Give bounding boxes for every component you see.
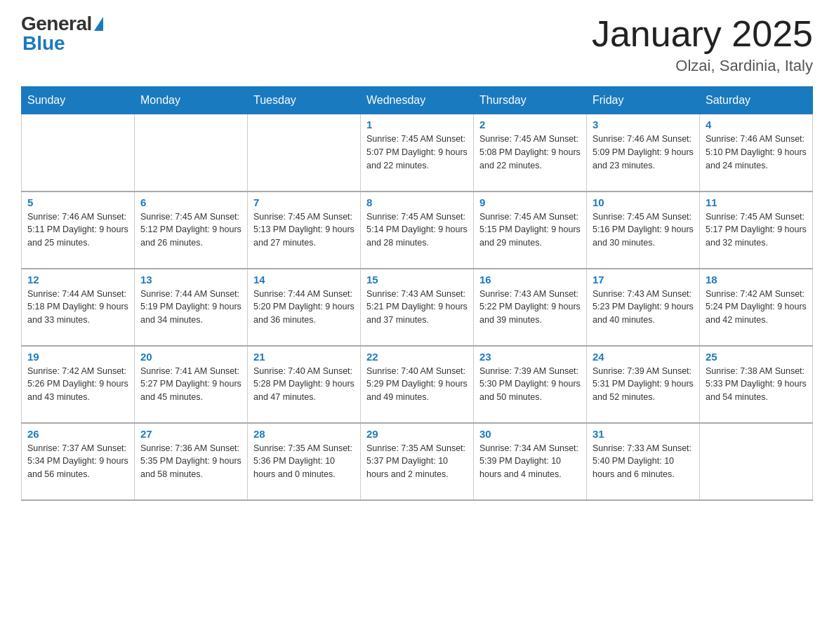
calendar-title: January 2025 xyxy=(592,14,813,54)
day-info: Sunrise: 7:40 AM Sunset: 5:29 PM Dayligh… xyxy=(366,365,468,404)
day-number: 6 xyxy=(140,196,241,208)
calendar-cell: 28Sunrise: 7:35 AM Sunset: 5:36 PM Dayli… xyxy=(248,423,361,500)
day-header-wednesday: Wednesday xyxy=(361,87,474,114)
calendar-cell: 29Sunrise: 7:35 AM Sunset: 5:37 PM Dayli… xyxy=(361,423,474,500)
logo-general-text: General xyxy=(21,14,92,34)
day-info: Sunrise: 7:46 AM Sunset: 5:09 PM Dayligh… xyxy=(593,133,694,172)
calendar-week-1: 1Sunrise: 7:45 AM Sunset: 5:07 PM Daylig… xyxy=(22,114,813,192)
day-header-thursday: Thursday xyxy=(474,87,587,114)
day-info: Sunrise: 7:45 AM Sunset: 5:12 PM Dayligh… xyxy=(140,210,241,250)
calendar-cell: 23Sunrise: 7:39 AM Sunset: 5:30 PM Dayli… xyxy=(474,346,587,423)
day-header-monday: Monday xyxy=(135,87,248,114)
calendar-cell: 15Sunrise: 7:43 AM Sunset: 5:21 PM Dayli… xyxy=(361,269,474,346)
day-number: 4 xyxy=(706,119,807,130)
calendar-cell xyxy=(22,114,135,192)
day-info: Sunrise: 7:39 AM Sunset: 5:30 PM Dayligh… xyxy=(479,365,581,404)
calendar-cell: 21Sunrise: 7:40 AM Sunset: 5:28 PM Dayli… xyxy=(248,346,361,423)
calendar-cell: 19Sunrise: 7:42 AM Sunset: 5:26 PM Dayli… xyxy=(22,346,135,423)
calendar-cell: 9Sunrise: 7:45 AM Sunset: 5:15 PM Daylig… xyxy=(474,192,587,269)
day-info: Sunrise: 7:43 AM Sunset: 5:23 PM Dayligh… xyxy=(593,288,694,327)
calendar-week-3: 12Sunrise: 7:44 AM Sunset: 5:18 PM Dayli… xyxy=(22,269,813,346)
day-number: 21 xyxy=(253,351,355,363)
day-number: 27 xyxy=(140,428,241,440)
calendar-cell xyxy=(700,423,813,500)
day-number: 1 xyxy=(366,119,468,130)
logo-triangle-icon xyxy=(94,17,103,31)
calendar-week-5: 26Sunrise: 7:37 AM Sunset: 5:34 PM Dayli… xyxy=(22,423,813,500)
day-info: Sunrise: 7:45 AM Sunset: 5:08 PM Dayligh… xyxy=(479,133,581,172)
day-info: Sunrise: 7:44 AM Sunset: 5:20 PM Dayligh… xyxy=(253,288,355,327)
day-number: 5 xyxy=(27,196,128,208)
calendar-cell: 10Sunrise: 7:45 AM Sunset: 5:16 PM Dayli… xyxy=(587,192,700,269)
calendar-cell: 2Sunrise: 7:45 AM Sunset: 5:08 PM Daylig… xyxy=(474,114,587,192)
calendar-cell: 31Sunrise: 7:33 AM Sunset: 5:40 PM Dayli… xyxy=(587,423,700,500)
day-number: 17 xyxy=(593,274,694,286)
calendar-week-2: 5Sunrise: 7:46 AM Sunset: 5:11 PM Daylig… xyxy=(22,192,813,269)
calendar-cell: 16Sunrise: 7:43 AM Sunset: 5:22 PM Dayli… xyxy=(474,269,587,346)
day-info: Sunrise: 7:44 AM Sunset: 5:19 PM Dayligh… xyxy=(140,288,241,327)
day-number: 29 xyxy=(366,428,468,440)
day-number: 11 xyxy=(706,196,807,208)
day-number: 25 xyxy=(706,351,807,363)
day-info: Sunrise: 7:37 AM Sunset: 5:34 PM Dayligh… xyxy=(27,442,128,481)
calendar-cell: 27Sunrise: 7:36 AM Sunset: 5:35 PM Dayli… xyxy=(135,423,248,500)
day-number: 19 xyxy=(27,351,128,363)
day-number: 9 xyxy=(479,196,581,208)
day-number: 10 xyxy=(593,196,694,208)
calendar-cell: 11Sunrise: 7:45 AM Sunset: 5:17 PM Dayli… xyxy=(700,192,813,269)
calendar-cell: 26Sunrise: 7:37 AM Sunset: 5:34 PM Dayli… xyxy=(22,423,135,500)
calendar-cell: 17Sunrise: 7:43 AM Sunset: 5:23 PM Dayli… xyxy=(587,269,700,346)
day-number: 3 xyxy=(593,119,694,130)
day-info: Sunrise: 7:38 AM Sunset: 5:33 PM Dayligh… xyxy=(706,365,807,404)
day-number: 12 xyxy=(27,274,128,286)
day-info: Sunrise: 7:43 AM Sunset: 5:22 PM Dayligh… xyxy=(479,288,581,327)
calendar-cell: 7Sunrise: 7:45 AM Sunset: 5:13 PM Daylig… xyxy=(248,192,361,269)
day-info: Sunrise: 7:34 AM Sunset: 5:39 PM Dayligh… xyxy=(479,442,581,481)
day-info: Sunrise: 7:45 AM Sunset: 5:16 PM Dayligh… xyxy=(593,210,694,250)
day-number: 16 xyxy=(479,274,581,286)
calendar-cell: 6Sunrise: 7:45 AM Sunset: 5:12 PM Daylig… xyxy=(135,192,248,269)
day-info: Sunrise: 7:46 AM Sunset: 5:10 PM Dayligh… xyxy=(706,133,807,172)
day-info: Sunrise: 7:45 AM Sunset: 5:14 PM Dayligh… xyxy=(366,210,468,250)
day-info: Sunrise: 7:45 AM Sunset: 5:13 PM Dayligh… xyxy=(253,210,355,250)
day-number: 7 xyxy=(253,196,355,208)
page-header: General Blue January 2025 Olzai, Sardini… xyxy=(21,14,813,75)
day-number: 24 xyxy=(593,351,694,363)
day-info: Sunrise: 7:40 AM Sunset: 5:28 PM Dayligh… xyxy=(253,365,355,404)
title-block: January 2025 Olzai, Sardinia, Italy xyxy=(592,14,813,75)
day-info: Sunrise: 7:42 AM Sunset: 5:24 PM Dayligh… xyxy=(706,288,807,327)
calendar-cell: 12Sunrise: 7:44 AM Sunset: 5:18 PM Dayli… xyxy=(22,269,135,346)
day-number: 28 xyxy=(253,428,355,440)
calendar-subtitle: Olzai, Sardinia, Italy xyxy=(592,57,813,75)
calendar-cell xyxy=(248,114,361,192)
day-info: Sunrise: 7:46 AM Sunset: 5:11 PM Dayligh… xyxy=(27,210,128,250)
day-info: Sunrise: 7:45 AM Sunset: 5:07 PM Dayligh… xyxy=(366,133,468,172)
calendar-table: SundayMondayTuesdayWednesdayThursdayFrid… xyxy=(21,86,813,501)
day-number: 31 xyxy=(593,428,694,440)
day-number: 22 xyxy=(366,351,468,363)
logo-blue-text: Blue xyxy=(22,32,65,54)
day-number: 15 xyxy=(366,274,468,286)
day-number: 13 xyxy=(140,274,241,286)
calendar-cell: 20Sunrise: 7:41 AM Sunset: 5:27 PM Dayli… xyxy=(135,346,248,423)
calendar-cell: 3Sunrise: 7:46 AM Sunset: 5:09 PM Daylig… xyxy=(587,114,700,192)
calendar-cell: 24Sunrise: 7:39 AM Sunset: 5:31 PM Dayli… xyxy=(587,346,700,423)
day-info: Sunrise: 7:41 AM Sunset: 5:27 PM Dayligh… xyxy=(140,365,241,404)
day-info: Sunrise: 7:43 AM Sunset: 5:21 PM Dayligh… xyxy=(366,288,468,327)
calendar-cell: 22Sunrise: 7:40 AM Sunset: 5:29 PM Dayli… xyxy=(361,346,474,423)
calendar-header-row: SundayMondayTuesdayWednesdayThursdayFrid… xyxy=(22,87,813,114)
day-number: 18 xyxy=(706,274,807,286)
day-info: Sunrise: 7:44 AM Sunset: 5:18 PM Dayligh… xyxy=(27,288,128,327)
calendar-cell: 5Sunrise: 7:46 AM Sunset: 5:11 PM Daylig… xyxy=(22,192,135,269)
day-number: 8 xyxy=(366,196,468,208)
calendar-cell: 25Sunrise: 7:38 AM Sunset: 5:33 PM Dayli… xyxy=(700,346,813,423)
day-info: Sunrise: 7:33 AM Sunset: 5:40 PM Dayligh… xyxy=(593,442,694,481)
day-info: Sunrise: 7:36 AM Sunset: 5:35 PM Dayligh… xyxy=(140,442,241,481)
day-number: 23 xyxy=(479,351,581,363)
calendar-cell: 4Sunrise: 7:46 AM Sunset: 5:10 PM Daylig… xyxy=(700,114,813,192)
day-header-tuesday: Tuesday xyxy=(248,87,361,114)
day-number: 14 xyxy=(253,274,355,286)
calendar-cell: 1Sunrise: 7:45 AM Sunset: 5:07 PM Daylig… xyxy=(361,114,474,192)
day-info: Sunrise: 7:45 AM Sunset: 5:15 PM Dayligh… xyxy=(479,210,581,250)
calendar-cell: 18Sunrise: 7:42 AM Sunset: 5:24 PM Dayli… xyxy=(700,269,813,346)
